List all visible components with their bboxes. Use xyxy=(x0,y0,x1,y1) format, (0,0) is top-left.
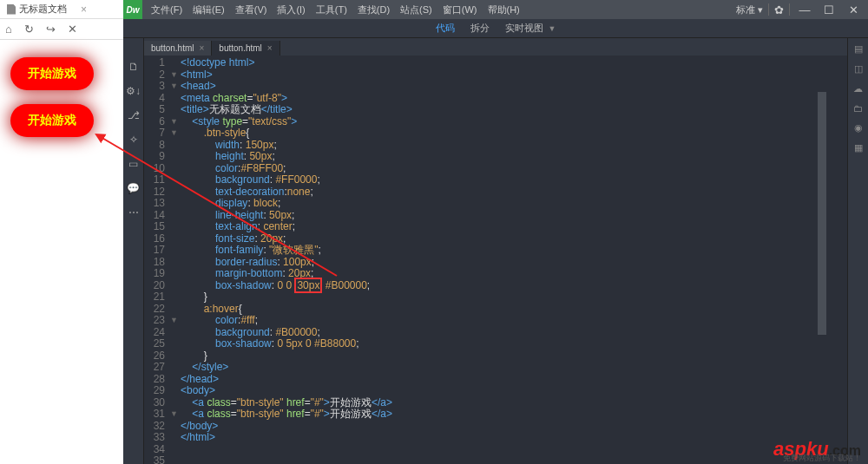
assets-icon[interactable]: ▤ xyxy=(854,43,863,55)
preview-button-2[interactable]: 开始游戏 xyxy=(10,104,94,137)
live-dropdown-icon[interactable]: ▼ xyxy=(549,24,556,33)
reload-icon[interactable]: ↻ xyxy=(24,23,34,36)
browser-tab-title: 无标题文档 xyxy=(19,3,67,16)
menu-item[interactable]: 文件(F) xyxy=(151,3,182,16)
settings-icon[interactable]: ⚙↓ xyxy=(126,85,141,97)
view-split-tab[interactable]: 拆分 xyxy=(470,22,490,35)
menu-item[interactable]: 帮助(H) xyxy=(488,3,520,16)
dw-view-bar: 代码 拆分 实时视图 ▼ xyxy=(123,19,868,38)
menu-item[interactable]: 插入(I) xyxy=(277,3,305,16)
view-code-tab[interactable]: 代码 xyxy=(436,22,455,35)
workspace-dropdown[interactable]: 标准 ▾ xyxy=(736,3,763,16)
close-tab-icon[interactable]: × xyxy=(199,43,204,53)
node-icon[interactable]: ✧ xyxy=(129,134,138,146)
file-tab[interactable]: button.html× xyxy=(212,41,279,56)
files-icon[interactable]: 🗀 xyxy=(853,103,863,114)
css-icon[interactable]: ◫ xyxy=(854,63,863,75)
close-tab-icon[interactable]: × xyxy=(267,43,273,53)
more-icon[interactable]: ⋯ xyxy=(128,206,139,219)
code-editor[interactable]: 1234567891011121314151617181920212223242… xyxy=(144,56,847,464)
gear-icon[interactable]: ✿ xyxy=(774,3,784,16)
menu-item[interactable]: 站点(S) xyxy=(400,3,432,16)
minimize-icon[interactable]: — xyxy=(795,3,814,16)
close-window-icon[interactable]: ✕ xyxy=(844,3,863,16)
dw-menu-bar: 文件(F)编辑(E)查看(V)插入(I)工具(T)查找(D)站点(S)窗口(W)… xyxy=(142,3,520,16)
chat-icon[interactable]: 💬 xyxy=(127,182,140,194)
home-icon[interactable]: ⌂ xyxy=(5,23,12,36)
branch-icon[interactable]: ⎇ xyxy=(128,109,140,121)
right-panel-icons: ▤ ◫ ☁ 🗀 ◉ ▦ xyxy=(847,38,868,464)
dreamweaver-window: Dw 文件(F)编辑(E)查看(V)插入(I)工具(T)查找(D)站点(S)窗口… xyxy=(123,0,868,464)
file-icon[interactable]: 🗋 xyxy=(128,61,139,73)
close-tab-icon[interactable]: × xyxy=(81,3,87,16)
menu-item[interactable]: 查找(D) xyxy=(358,3,390,16)
watermark-tagline: 免费网站源码下载站！ xyxy=(783,453,861,464)
vertical-scrollbar[interactable] xyxy=(818,92,826,464)
menu-item[interactable]: 窗口(W) xyxy=(443,3,477,16)
lib-icon[interactable]: ▦ xyxy=(854,142,863,154)
menu-item[interactable]: 查看(V) xyxy=(235,3,267,16)
document-icon xyxy=(7,4,16,15)
browser-tab[interactable]: 无标题文档 × xyxy=(0,0,94,19)
view-live-tab[interactable]: 实时视图 xyxy=(505,22,543,35)
left-toolbar: 🗋 ⚙↓ ⎇ ✧ ▭ 💬 ⋯ xyxy=(123,38,144,464)
preview-pane: 开始游戏 开始游戏 xyxy=(0,40,123,464)
file-tab-row: button.html×button.html× xyxy=(144,38,847,56)
dw-titlebar: Dw 文件(F)编辑(E)查看(V)插入(I)工具(T)查找(D)站点(S)窗口… xyxy=(123,0,868,19)
menu-item[interactable]: 工具(T) xyxy=(316,3,347,16)
maximize-icon[interactable]: ☐ xyxy=(819,3,838,16)
panel-icon[interactable]: ▭ xyxy=(128,158,138,170)
dw-logo: Dw xyxy=(123,0,142,19)
preview-button-1[interactable]: 开始游戏 xyxy=(10,57,94,90)
menu-item[interactable]: 编辑(E) xyxy=(193,3,225,16)
redo-icon[interactable]: ↪ xyxy=(46,23,56,36)
editor-area: button.html×button.html× 123456789101112… xyxy=(144,38,847,464)
cloud-icon[interactable]: ☁ xyxy=(853,83,863,95)
stop-icon[interactable]: ✕ xyxy=(68,23,77,36)
file-tab[interactable]: button.html× xyxy=(144,41,212,56)
cc-icon[interactable]: ◉ xyxy=(854,122,863,134)
